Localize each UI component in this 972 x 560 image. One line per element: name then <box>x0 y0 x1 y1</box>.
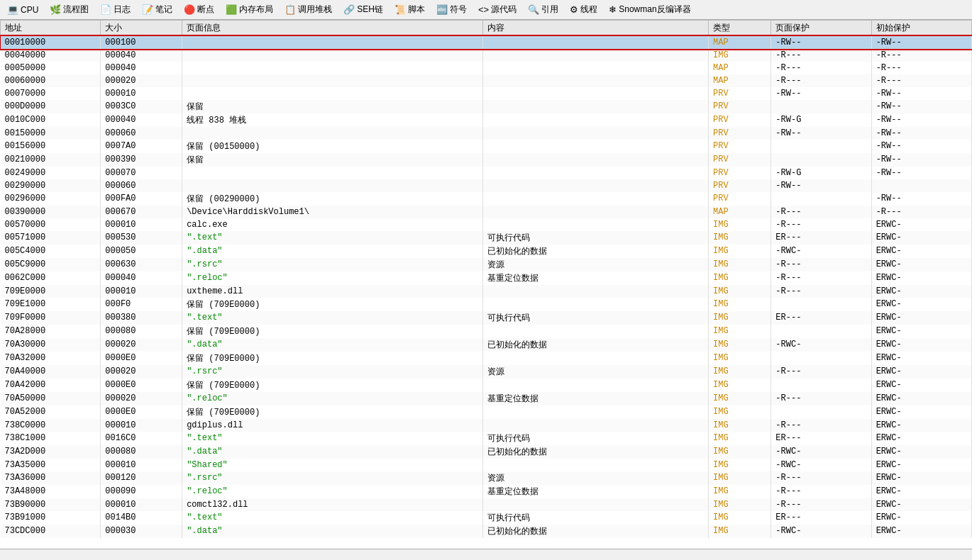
cell-size: 000120 <box>101 471 182 485</box>
thread-button[interactable]: ⚙线程 <box>564 1 603 19</box>
cell-prot: -R--- <box>771 471 871 485</box>
cell-pageinfo: 保留 (00290000) <box>182 192 483 206</box>
table-row[interactable]: 00296000000FA0保留 (00290000)PRV-RW-- <box>1 192 972 206</box>
cell-addr: 73B90000 <box>1 498 101 511</box>
table-row[interactable]: 0010C000000040线程 838 堆栈PRV-RW-G-RW-- <box>1 113 972 127</box>
cell-size: 000050 <box>101 245 182 258</box>
symbol-button[interactable]: 🔤符号 <box>431 1 473 19</box>
cell-content <box>483 127 709 140</box>
table-row[interactable]: 738C10000016C0".text"可执行代码IMGER---ERWC- <box>1 432 972 445</box>
table-row[interactable]: 70A30000000020".data"已初始化的数据IMG-RWC-ERWC… <box>1 338 972 352</box>
cell-size: 000090 <box>101 485 182 498</box>
memory-layout-button[interactable]: 🟩内存布局 <box>220 1 279 19</box>
cell-pageinfo: 保留 (00150000) <box>182 140 483 153</box>
table-row[interactable]: 73B910000014B0".text"可执行代码IMGER---ERWC- <box>1 511 972 525</box>
flowchart-button[interactable]: 🌿流程图 <box>44 1 94 19</box>
cell-size: 0000E0 <box>101 379 182 392</box>
table-row[interactable]: 73CDC000000030".data"已初始化的数据IMG-RWC-ERWC… <box>1 525 972 538</box>
cell-initprot: ERWC- <box>871 511 971 525</box>
source-button[interactable]: <>源代码 <box>473 1 522 19</box>
cell-type: IMG <box>709 419 771 432</box>
cell-pageinfo <box>182 74 483 87</box>
cell-size: 000010 <box>101 459 182 471</box>
table-row[interactable]: 738C0000000010gdiplus.dllIMG-R---ERWC- <box>1 419 972 432</box>
table-row[interactable]: 73A48000000090".reloc"基重定位数据IMG-R---ERWC… <box>1 485 972 498</box>
table-row[interactable]: 00050000000040MAP-R----R--- <box>1 62 972 74</box>
cell-pageinfo: ".text" <box>182 311 483 325</box>
cell-initprot: ERWC- <box>871 498 971 511</box>
cell-size: 000020 <box>101 338 182 352</box>
cell-size: 000010 <box>101 87 182 100</box>
cpu-button[interactable]: 💻CPU <box>1 1 44 19</box>
table-row[interactable]: 73A2D000000080".data"已初始化的数据IMG-RWC-ERWC… <box>1 445 972 459</box>
script-button[interactable]: 📜脚本 <box>389 1 431 19</box>
cell-size: 000040 <box>101 271 182 285</box>
table-row[interactable]: 709E0000000010uxtheme.dllIMG-R---ERWC- <box>1 285 972 298</box>
cell-initprot: ERWC- <box>871 365 971 379</box>
cell-size: 0016C0 <box>101 432 182 445</box>
table-row[interactable]: 73A36000000120".rsrc"资源IMG-R---ERWC- <box>1 471 972 485</box>
cell-pageinfo: "Shared" <box>182 459 483 471</box>
cell-size: 000390 <box>101 153 182 167</box>
snowman-button[interactable]: ❄Snowman反编译器 <box>603 1 696 19</box>
table-row[interactable]: 70A40000000020".rsrc"资源IMG-R---ERWC- <box>1 365 972 379</box>
cell-pageinfo <box>182 127 483 140</box>
table-row[interactable]: 73A35000000010"Shared"IMG-RWC-ERWC- <box>1 459 972 471</box>
table-row[interactable]: 709E1000000F0保留 (709E0000)IMGERWC- <box>1 298 972 311</box>
cell-pageinfo: 保留 <box>182 153 483 167</box>
table-row[interactable]: 000D00000003C0保留PRV-RW-- <box>1 100 972 113</box>
cell-content <box>483 498 709 511</box>
cell-type: IMG <box>709 379 771 392</box>
cell-size: 0000E0 <box>101 405 182 419</box>
table-row[interactable]: 0062C000000040".reloc"基重定位数据IMG-R---ERWC… <box>1 271 972 285</box>
seh-button[interactable]: 🔗SEH链 <box>338 1 389 19</box>
header-col-addr: 地址 <box>1 21 101 36</box>
header-col-pageprot: 页面保护 <box>771 21 871 36</box>
table-row[interactable]: 70A520000000E0保留 (709E0000)IMGERWC- <box>1 405 972 419</box>
table-row[interactable]: 73B90000000010comctl32.dllIMG-R---ERWC- <box>1 498 972 511</box>
table-row[interactable]: 00249000000070PRV-RW-G-RW-- <box>1 167 972 179</box>
table-row[interactable]: 00010000000100MAP-RW---RW-- <box>1 36 972 49</box>
cell-pageinfo: \Device\HarddiskVolume1\ <box>182 206 483 218</box>
log-button[interactable]: 📄日志 <box>94 1 136 19</box>
callstack-button[interactable]: 📋调用堆栈 <box>279 1 338 19</box>
table-row[interactable]: 709F0000000380".text"可执行代码IMGER---ERWC- <box>1 311 972 325</box>
callstack-button-icon: 📋 <box>285 4 296 15</box>
table-row[interactable]: 00070000000010PRV-RW---RW-- <box>1 87 972 100</box>
cell-addr: 00210000 <box>1 153 101 167</box>
table-row[interactable]: 005C4000000050".data"已初始化的数据IMG-RWC-ERWC… <box>1 245 972 258</box>
table-row[interactable]: 001560000007A0保留 (00150000)PRV-RW-- <box>1 140 972 153</box>
cell-content <box>483 218 709 231</box>
memory-table-container[interactable]: 地址大小页面信息内容类型页面保护初始保护 00010000000100MAP-R… <box>0 20 972 549</box>
cell-content <box>483 167 709 179</box>
table-row[interactable]: 005C9000000630".rsrc"资源IMG-R---ERWC- <box>1 258 972 271</box>
cell-type: PRV <box>709 87 771 100</box>
table-row[interactable]: 70A50000000020".reloc"基重定位数据IMG-R---ERWC… <box>1 392 972 405</box>
cell-content <box>483 113 709 127</box>
cell-content: 资源 <box>483 365 709 379</box>
table-row[interactable]: 00040000000040IMG-R----R--- <box>1 49 972 62</box>
cell-size: 000060 <box>101 179 182 192</box>
ref-button[interactable]: 🔍引用 <box>522 1 564 19</box>
table-row[interactable]: 00571000000530".text"可执行代码IMGER---ERWC- <box>1 231 972 245</box>
table-row[interactable]: 00210000000390保留PRV-RW-- <box>1 153 972 167</box>
breakpoint-button[interactable]: 🔴断点 <box>178 1 220 19</box>
cell-content: 可执行代码 <box>483 311 709 325</box>
table-row[interactable]: 00150000000060PRV-RW---RW-- <box>1 127 972 140</box>
table-row[interactable]: 70A28000000080保留 (709E0000)IMGERWC- <box>1 325 972 338</box>
table-row[interactable]: 00060000000020MAP-R----R--- <box>1 74 972 87</box>
table-row[interactable]: 00290000000060PRV-RW-- <box>1 179 972 192</box>
cell-type: IMG <box>709 49 771 62</box>
cell-pageinfo <box>182 62 483 74</box>
cell-size: 000080 <box>101 325 182 338</box>
table-row[interactable]: 70A420000000E0保留 (709E0000)IMGERWC- <box>1 379 972 392</box>
cell-prot: ER--- <box>771 311 871 325</box>
table-row[interactable]: 70A320000000E0保留 (709E0000)IMGERWC- <box>1 352 972 365</box>
cell-pageinfo <box>182 179 483 192</box>
table-row[interactable]: 00390000000670\Device\HarddiskVolume1\MA… <box>1 206 972 218</box>
cell-type: IMG <box>709 271 771 285</box>
notes-button[interactable]: 📝笔记 <box>136 1 178 19</box>
table-row[interactable]: 00570000000010calc.exeIMG-R---ERWC- <box>1 218 972 231</box>
ref-button-label: 引用 <box>541 4 558 16</box>
cell-type: IMG <box>709 432 771 445</box>
